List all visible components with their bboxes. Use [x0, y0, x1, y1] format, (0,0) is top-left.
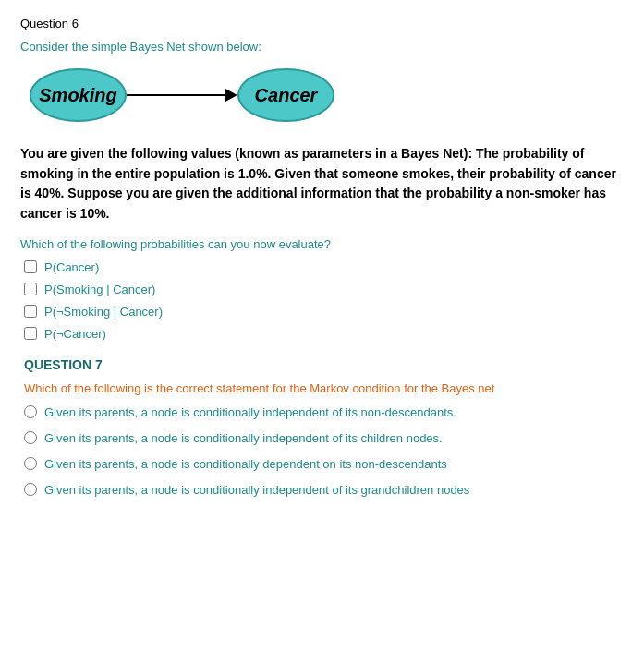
arrow-line: [127, 94, 225, 97]
checkbox-item-2: P(Smoking | Cancer): [24, 283, 624, 296]
checkbox-label-pnotcancer: P(¬Cancer): [44, 327, 106, 341]
checkbox-item-3: P(¬Smoking | Cancer): [24, 305, 624, 319]
radio-option-3[interactable]: [24, 457, 37, 470]
checkbox-item-4: P(¬Cancer): [24, 327, 624, 341]
question7-label: QUESTION 7: [24, 357, 624, 372]
question6-question: Which of the following probabilities can…: [20, 237, 624, 251]
checkbox-pcancer[interactable]: [24, 260, 37, 273]
radio-option-4[interactable]: [24, 483, 37, 496]
radio-label-1: Given its parents, a node is conditional…: [44, 404, 456, 421]
arrow-head: [225, 89, 237, 102]
cancer-node: Cancer: [237, 68, 334, 122]
question6-label: Question 6: [20, 17, 624, 30]
checkbox-label-psmoking-given-cancer: P(Smoking | Cancer): [44, 283, 155, 296]
radio-label-3: Given its parents, a node is conditional…: [44, 456, 447, 473]
radio-item-2: Given its parents, a node is conditional…: [24, 430, 624, 447]
radio-group: Given its parents, a node is conditional…: [24, 404, 624, 500]
arrow: [127, 89, 237, 102]
checkbox-label-pnotsmoking-given-cancer: P(¬Smoking | Cancer): [44, 305, 163, 319]
question7-question: Which of the following is the correct st…: [24, 381, 624, 395]
radio-option-2[interactable]: [24, 431, 37, 444]
checkbox-pnotcancer[interactable]: [24, 327, 37, 340]
checkbox-item-1: P(Cancer): [24, 260, 624, 274]
smoking-node: Smoking: [30, 68, 127, 122]
radio-label-4: Given its parents, a node is conditional…: [44, 482, 469, 499]
checkbox-group: P(Cancer) P(Smoking | Cancer) P(¬Smoking…: [20, 260, 624, 341]
radio-option-1[interactable]: [24, 405, 37, 418]
checkbox-psmoking-given-cancer[interactable]: [24, 283, 37, 295]
radio-item-1: Given its parents, a node is conditional…: [24, 404, 624, 421]
radio-label-2: Given its parents, a node is conditional…: [44, 430, 443, 447]
instruction-text: Consider the simple Bayes Net shown belo…: [20, 40, 624, 54]
bayes-diagram: Smoking Cancer: [30, 68, 624, 122]
radio-item-4: Given its parents, a node is conditional…: [24, 482, 624, 499]
checkbox-label-pcancer: P(Cancer): [44, 260, 99, 274]
radio-item-3: Given its parents, a node is conditional…: [24, 456, 624, 473]
checkbox-pnotsmoking-given-cancer[interactable]: [24, 305, 37, 318]
description-text: You are given the following values (know…: [20, 144, 624, 224]
